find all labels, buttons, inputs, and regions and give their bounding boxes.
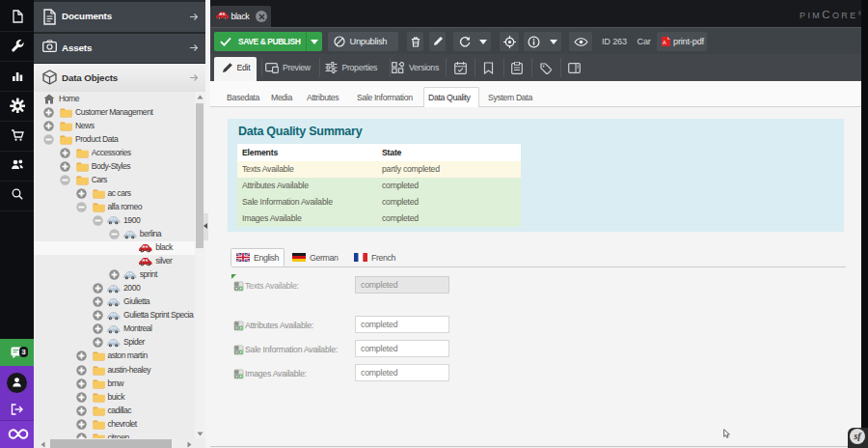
svg-text:A: A (663, 40, 666, 45)
